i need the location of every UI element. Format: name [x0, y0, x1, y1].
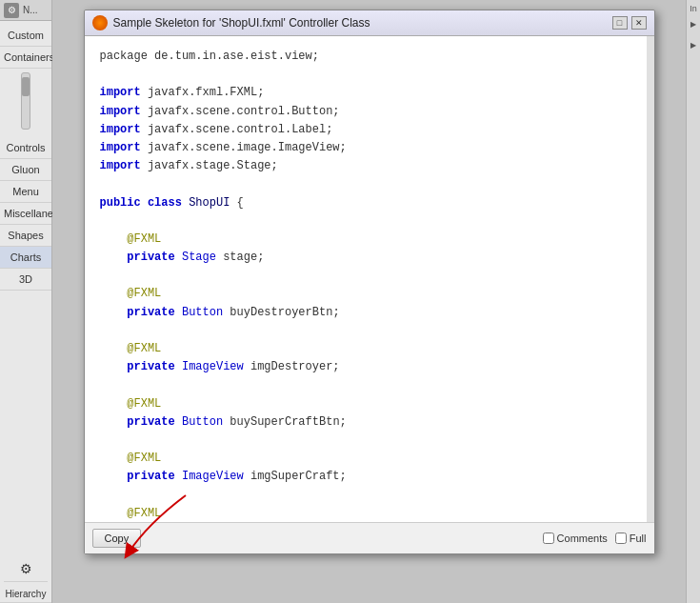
sidebar-top-bar: ⚙ N...: [0, 0, 51, 21]
dialog-window: Sample Skeleton for 'ShopUI.fxml' Contro…: [84, 10, 655, 554]
code-line-4: import javafx.scene.control.Button;: [100, 103, 631, 121]
dialog-overlay: Sample Skeleton for 'ShopUI.fxml' Contro…: [52, 0, 686, 603]
code-line-17: @FXML: [100, 340, 631, 358]
dialog-titlebar: Sample Skeleton for 'ShopUI.fxml' Contro…: [85, 10, 654, 36]
main-area: Sample Skeleton for 'ShopUI.fxml' Contro…: [52, 0, 686, 603]
right-panel-arrow-bottom[interactable]: ▶: [687, 38, 700, 51]
code-line-23: @FXML: [100, 450, 631, 468]
code-line-3: import javafx.fxml.FXML;: [100, 84, 631, 102]
dialog-maximize-button[interactable]: □: [612, 16, 628, 30]
code-line-26: @FXML: [100, 505, 631, 522]
dialog-title: Sample Skeleton for 'ShopUI.fxml' Contro…: [113, 16, 370, 30]
code-line-21: private Button buySuperCraftBtn;: [100, 413, 631, 432]
code-line-10: [100, 212, 631, 231]
code-line-9: public class ShopUI {: [100, 194, 631, 212]
full-checkbox[interactable]: [615, 533, 627, 544]
code-line-6: import javafx.scene.image.ImageView;: [100, 139, 631, 157]
sidebar-item-3d[interactable]: 3D: [0, 269, 51, 291]
code-line-12: private Stage stage;: [100, 249, 631, 267]
sidebar-item-menu[interactable]: Menu: [0, 181, 51, 203]
dialog-app-icon: [92, 15, 108, 30]
left-sidebar: ⚙ N... Custom Containers Controls Gluon …: [0, 0, 52, 603]
dialog-title-left: Sample Skeleton for 'ShopUI.fxml' Contro…: [92, 15, 370, 30]
sidebar-scrollbar[interactable]: [21, 72, 30, 130]
code-line-18: private ImageView imgDestroyer;: [100, 358, 631, 376]
full-checkbox-group: Full: [615, 533, 647, 544]
code-line-19: [100, 376, 631, 394]
sidebar-item-miscellaneous[interactable]: Miscellaneous: [0, 203, 51, 225]
code-line-15: private Button buyDestroyerBtn;: [100, 304, 631, 322]
code-line-13: [100, 267, 631, 285]
code-line-8: [100, 175, 631, 193]
code-line-2: [100, 66, 631, 84]
code-line-22: [100, 432, 631, 450]
gear-icon[interactable]: ⚙: [4, 3, 19, 18]
code-line-5: import javafx.scene.control.Label;: [100, 121, 631, 139]
sidebar-top-label: N...: [23, 5, 38, 15]
sidebar-item-shapes[interactable]: Shapes: [0, 225, 51, 247]
sidebar-item-containers[interactable]: Containers: [0, 47, 51, 69]
sidebar-items: Custom Containers: [0, 21, 51, 69]
sidebar-bottom-items: Controls Gluon Menu Miscellaneous Shapes…: [0, 133, 51, 291]
comments-checkbox[interactable]: [543, 533, 554, 544]
footer-left: Copy: [92, 529, 142, 548]
sidebar-scroll-thumb: [22, 77, 30, 96]
code-line-14: @FXML: [100, 285, 631, 303]
dialog-footer: Copy Comments Full: [85, 522, 654, 553]
copy-button[interactable]: Copy: [92, 529, 142, 548]
code-line-1: package de.tum.in.ase.eist.view;: [100, 48, 631, 66]
code-line-24: private ImageView imgSuperCraft;: [100, 468, 631, 486]
sidebar-item-gear[interactable]: ⚙: [4, 556, 48, 582]
code-line-11: @FXML: [100, 231, 631, 249]
comments-label[interactable]: Comments: [557, 533, 608, 544]
dialog-window-controls: □ ✕: [612, 16, 647, 30]
code-line-16: [100, 322, 631, 340]
sidebar-item-hierarchy[interactable]: Hierarchy: [0, 586, 51, 603]
sidebar-item-gluon[interactable]: Gluon: [0, 159, 51, 181]
code-line-25: [100, 487, 631, 505]
code-line-7: import javafx.stage.Stage;: [100, 157, 631, 175]
sidebar-item-controls[interactable]: Controls: [0, 137, 51, 159]
dialog-code-content: package de.tum.in.ase.eist.view; import …: [85, 36, 654, 522]
right-panel: In ▶ ▶: [686, 0, 700, 603]
full-label[interactable]: Full: [630, 533, 647, 544]
code-line-20: @FXML: [100, 395, 631, 413]
dialog-close-button[interactable]: ✕: [631, 16, 647, 30]
sidebar-item-custom[interactable]: Custom: [0, 25, 51, 47]
comments-checkbox-group: Comments: [543, 533, 608, 544]
right-panel-arrow-top[interactable]: ▶: [687, 17, 700, 30]
right-panel-label: In: [690, 4, 697, 13]
footer-right: Comments Full: [543, 533, 647, 544]
sidebar-item-charts[interactable]: Charts: [0, 247, 51, 269]
